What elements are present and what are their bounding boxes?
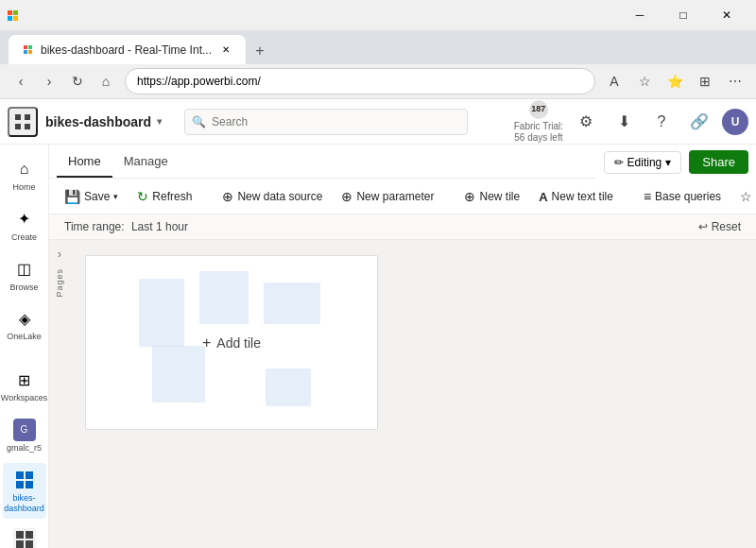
- sidebar-item-bikes-dashboard[interactable]: bikes-dashboard: [3, 463, 46, 520]
- trial-label: Fabric Trial:: [514, 121, 563, 132]
- sidebar-label-workspaces: Workspaces: [1, 393, 47, 403]
- app-grid-button[interactable]: [8, 107, 38, 137]
- tab-home[interactable]: Home: [57, 146, 112, 178]
- svg-rect-11: [26, 540, 33, 548]
- svg-rect-1: [25, 114, 30, 120]
- translate-icon[interactable]: A: [601, 68, 627, 94]
- ribbon-actions: 💾 Save ▾ ↻ Refresh ⊕ New data source ⊕: [49, 180, 756, 214]
- avatar[interactable]: U: [722, 109, 748, 135]
- window-controls: ─ □ ✕: [618, 0, 748, 30]
- new-data-source-button[interactable]: ⊕ New data source: [215, 185, 330, 208]
- favorite-button[interactable]: ☆ Favorite: [732, 185, 756, 208]
- svg-rect-2: [15, 124, 21, 129]
- tab-title: bikes-dashboard - Real-Time Int...: [41, 43, 212, 57]
- base-queries-icon: ≡: [644, 189, 651, 204]
- browse-icon: ◫: [13, 258, 36, 281]
- new-parameter-button[interactable]: ⊕ New parameter: [334, 185, 441, 208]
- new-parameter-icon: ⊕: [341, 189, 352, 204]
- editing-button[interactable]: ✏ Editing ▾: [604, 151, 682, 174]
- svg-rect-10: [16, 540, 24, 548]
- sidebar-item-browse[interactable]: ◫ Browse: [3, 252, 46, 299]
- active-tab[interactable]: bikes-dashboard - Real-Time Int... ✕: [8, 34, 247, 64]
- report-canvas: + Add tile: [85, 255, 378, 430]
- extensions-icon[interactable]: ⊞: [692, 68, 718, 94]
- refresh-button[interactable]: ↻ Refresh: [129, 185, 199, 208]
- tab-manage[interactable]: Manage: [112, 146, 180, 178]
- workspaces-icon: ⊞: [13, 368, 36, 391]
- sidebar-item-bicycle-data[interactable]: Bicycle-data: [3, 522, 46, 548]
- svg-rect-5: [26, 471, 33, 479]
- close-button[interactable]: ✕: [705, 0, 748, 30]
- sidebar-label-onelake: OneLake: [7, 332, 42, 342]
- fabric-trial: 187 Fabric Trial: 56 days left: [514, 100, 563, 144]
- save-chevron-icon: ▾: [113, 192, 118, 201]
- new-tile-button[interactable]: ⊕ New tile: [456, 185, 527, 208]
- settings-icon[interactable]: ⚙: [571, 107, 601, 137]
- save-button[interactable]: 💾 Save ▾: [57, 185, 126, 208]
- browser-chrome: ─ □ ✕ bikes-dashboard - Real-Time Int...…: [0, 0, 756, 99]
- refresh-button[interactable]: ↻: [64, 68, 91, 94]
- svg-rect-4: [16, 471, 24, 479]
- trial-count: 187: [529, 100, 548, 119]
- app-brand[interactable]: bikes-dashboard ▾: [45, 114, 162, 129]
- app: bikes-dashboard ▾ 🔍 187 Fabric Trial: 56…: [0, 99, 756, 548]
- reset-icon: ↩: [698, 220, 708, 233]
- canvas-wrapper: + Add tile: [70, 240, 756, 548]
- tile-placeholder-3: [264, 283, 320, 324]
- create-icon: ✦: [13, 208, 36, 231]
- tab-close-button[interactable]: ✕: [217, 42, 234, 59]
- search-icon: 🔍: [192, 115, 206, 128]
- title-bar: ─ □ ✕: [0, 0, 756, 30]
- collections-icon[interactable]: ⭐: [662, 68, 688, 94]
- search-input[interactable]: [184, 109, 468, 135]
- svg-rect-3: [25, 124, 30, 129]
- maximize-button[interactable]: □: [662, 0, 705, 30]
- forward-button[interactable]: ›: [36, 68, 62, 94]
- gmalc-icon: G: [13, 419, 36, 441]
- share-button[interactable]: Share: [689, 150, 748, 174]
- address-input[interactable]: [125, 68, 595, 94]
- time-range-label: Time range: Last 1 hour: [64, 220, 188, 233]
- share-nav-icon[interactable]: 🔗: [684, 107, 714, 137]
- add-tile-button[interactable]: + Add tile: [187, 327, 276, 359]
- sidebar-item-home[interactable]: ⌂ Home: [3, 152, 46, 198]
- sidebar-label-gmalc: gmalc_r5: [7, 443, 42, 454]
- browser-icons: A ☆ ⭐ ⊞ ⋯: [601, 68, 748, 94]
- more-icon[interactable]: ⋯: [722, 68, 748, 94]
- sidebar-item-onelake[interactable]: ◈ OneLake: [3, 301, 46, 348]
- sidebar-item-workspaces[interactable]: ⊞ Workspaces: [3, 363, 46, 409]
- tile-placeholder-2: [199, 271, 249, 324]
- sidebar-item-create[interactable]: ✦ Create: [3, 202, 46, 248]
- canvas-area: › Pages + Add tile: [49, 240, 756, 548]
- help-icon[interactable]: ?: [646, 107, 677, 137]
- add-tile-plus-icon: +: [202, 334, 211, 351]
- base-queries-button[interactable]: ≡ Base queries: [636, 185, 729, 208]
- time-range-value: Last 1 hour: [131, 220, 188, 233]
- sidebar-item-gmalc[interactable]: G gmalc_r5: [3, 413, 46, 459]
- new-text-tile-button[interactable]: A New text tile: [531, 186, 621, 208]
- sidebar-label-bikes-dashboard: bikes-dashboard: [4, 493, 44, 514]
- search-bar: 🔍: [184, 109, 468, 135]
- onelake-icon: ◈: [13, 307, 36, 330]
- save-icon: 💾: [64, 189, 80, 204]
- edit-share-area: ✏ Editing ▾ Share: [596, 145, 756, 180]
- main-area: ⌂ Home ✦ Create ◫ Browse ◈ OneLake ⊞ Wor…: [0, 145, 756, 548]
- nav-right: 187 Fabric Trial: 56 days left ⚙ ⬇ ? 🔗 U: [514, 100, 748, 144]
- tab-bar: bikes-dashboard - Real-Time Int... ✕ +: [0, 30, 756, 64]
- download-icon[interactable]: ⬇: [609, 107, 639, 137]
- tab-favicon: [20, 43, 35, 58]
- content-area: Home Manage ✏ Editing ▾ Share 💾: [49, 145, 756, 548]
- svg-rect-8: [16, 531, 24, 539]
- bicycle-data-icon: [13, 528, 36, 548]
- home-button[interactable]: ⌂: [93, 68, 119, 94]
- top-nav: bikes-dashboard ▾ 🔍 187 Fabric Trial: 56…: [0, 99, 756, 145]
- back-button[interactable]: ‹: [8, 68, 34, 94]
- favorites-icon[interactable]: ☆: [631, 68, 658, 94]
- reset-button[interactable]: ↩ Reset: [698, 220, 741, 233]
- new-tile-icon: ⊕: [464, 189, 475, 204]
- minimize-button[interactable]: ─: [618, 0, 662, 30]
- tile-placeholder-5: [266, 368, 311, 406]
- pages-panel[interactable]: › Pages: [49, 240, 70, 548]
- brand-chevron-icon: ▾: [157, 116, 162, 127]
- new-tab-button[interactable]: +: [247, 38, 273, 64]
